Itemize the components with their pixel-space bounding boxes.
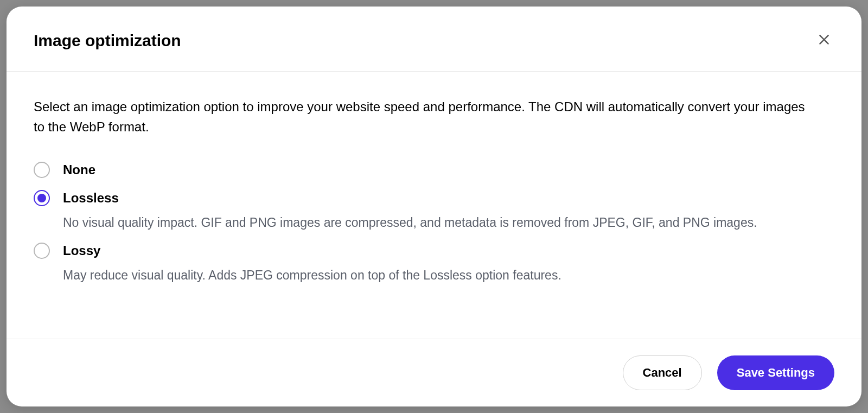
radio-label-lossy[interactable]: Lossy <box>63 242 834 260</box>
close-button[interactable] <box>814 29 834 52</box>
radio-content: Lossy May reduce visual quality. Adds JP… <box>63 242 834 284</box>
modal-header: Image optimization <box>7 7 861 72</box>
optimization-radio-group: None Lossless No visual quality impact. … <box>34 161 834 284</box>
radio-option-lossy: Lossy May reduce visual quality. Adds JP… <box>34 242 834 284</box>
modal-body: Select an image optimization option to i… <box>7 72 861 339</box>
image-optimization-modal: Image optimization Select an image optim… <box>7 7 861 406</box>
radio-description-lossless: No visual quality impact. GIF and PNG im… <box>63 214 812 232</box>
radio-label-none[interactable]: None <box>63 161 834 179</box>
radio-content: None <box>63 161 834 179</box>
close-icon <box>817 33 831 48</box>
radio-input-lossy[interactable] <box>34 243 50 259</box>
radio-description-lossy: May reduce visual quality. Adds JPEG com… <box>63 266 812 284</box>
radio-label-lossless[interactable]: Lossless <box>63 189 834 207</box>
radio-option-lossless: Lossless No visual quality impact. GIF a… <box>34 189 834 232</box>
modal-title: Image optimization <box>34 31 181 50</box>
radio-input-none[interactable] <box>34 162 50 178</box>
radio-option-none: None <box>34 161 834 179</box>
radio-input-lossless[interactable] <box>34 190 50 206</box>
save-settings-button[interactable]: Save Settings <box>717 355 834 390</box>
modal-footer: Cancel Save Settings <box>7 339 861 406</box>
radio-content: Lossless No visual quality impact. GIF a… <box>63 189 834 232</box>
cancel-button[interactable]: Cancel <box>623 355 702 390</box>
intro-text: Select an image optimization option to i… <box>34 97 815 137</box>
